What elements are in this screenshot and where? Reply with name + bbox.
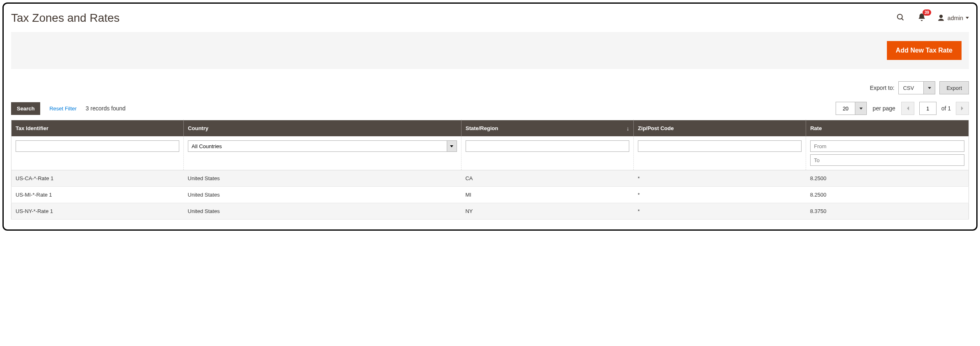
next-page-button[interactable] — [956, 102, 969, 115]
table-row[interactable]: US-CA-*-Rate 1 United States CA * 8.2500 — [11, 170, 969, 187]
cell-rate: 8.2500 — [806, 170, 969, 187]
cell-tax-identifier: US-MI-*-Rate 1 — [11, 187, 184, 203]
user-label: admin — [948, 15, 963, 21]
table-row[interactable]: US-MI-*-Rate 1 United States MI * 8.2500 — [11, 187, 969, 203]
per-page-input[interactable] — [836, 102, 855, 115]
user-icon — [937, 14, 945, 22]
prev-page-button[interactable] — [901, 102, 914, 115]
cell-rate: 8.3750 — [806, 203, 969, 220]
cell-country: United States — [184, 170, 461, 187]
filter-country-value: All Countries — [188, 141, 447, 151]
chevron-left-icon — [906, 106, 910, 111]
page-title: Tax Zones and Rates — [11, 11, 120, 25]
svg-line-1 — [902, 18, 903, 20]
tax-rates-table: Tax Identifier Country State/Region↓ Zip… — [11, 120, 969, 220]
records-found-label: 3 records found — [86, 105, 126, 112]
chevron-down-icon — [855, 102, 866, 115]
action-bar: Add New Tax Rate — [11, 32, 969, 69]
cell-state-region: MI — [461, 187, 633, 203]
col-country[interactable]: Country — [184, 120, 461, 137]
reset-filter-link[interactable]: Reset Filter — [49, 105, 76, 112]
search-icon[interactable] — [894, 11, 907, 25]
total-pages-label: of 1 — [941, 105, 951, 112]
user-menu[interactable]: admin — [937, 14, 969, 22]
per-page-select[interactable] — [836, 102, 867, 115]
export-button[interactable]: Export — [939, 81, 969, 94]
chevron-down-icon — [966, 17, 969, 19]
export-format-select[interactable]: CSV — [898, 81, 935, 94]
chevron-down-icon — [923, 82, 935, 94]
filter-rate-from[interactable] — [810, 140, 964, 152]
chevron-right-icon — [960, 106, 964, 111]
col-rate[interactable]: Rate — [806, 120, 969, 137]
notifications-icon[interactable]: 39 — [916, 11, 928, 25]
chevron-down-icon — [447, 141, 457, 151]
filter-state-region[interactable] — [466, 140, 629, 152]
cell-zip: * — [634, 170, 806, 187]
filter-rate-to[interactable] — [810, 154, 964, 166]
cell-country: United States — [184, 203, 461, 220]
cell-tax-identifier: US-NY-*-Rate 1 — [11, 203, 184, 220]
cell-rate: 8.2500 — [806, 187, 969, 203]
cell-state-region: NY — [461, 203, 633, 220]
sort-desc-icon: ↓ — [626, 125, 629, 132]
export-to-label: Export to: — [870, 85, 895, 91]
col-state-region[interactable]: State/Region↓ — [461, 120, 633, 137]
filter-zip-post-code[interactable] — [638, 140, 802, 152]
cell-tax-identifier: US-CA-*-Rate 1 — [11, 170, 184, 187]
search-button[interactable]: Search — [11, 102, 40, 115]
current-page-input[interactable] — [919, 102, 937, 115]
svg-point-0 — [898, 14, 902, 19]
cell-zip: * — [634, 203, 806, 220]
cell-state-region: CA — [461, 170, 633, 187]
export-format-value: CSV — [899, 82, 923, 94]
filter-tax-identifier[interactable] — [16, 140, 179, 152]
col-tax-identifier[interactable]: Tax Identifier — [11, 120, 184, 137]
notification-badge: 39 — [923, 9, 931, 16]
cell-zip: * — [634, 187, 806, 203]
per-page-label: per page — [873, 105, 895, 112]
add-new-tax-rate-button[interactable]: Add New Tax Rate — [887, 41, 962, 60]
filter-country-select[interactable]: All Countries — [188, 140, 457, 152]
col-zip-post-code[interactable]: Zip/Post Code — [634, 120, 806, 137]
cell-country: United States — [184, 187, 461, 203]
table-row[interactable]: US-NY-*-Rate 1 United States NY * 8.3750 — [11, 203, 969, 220]
